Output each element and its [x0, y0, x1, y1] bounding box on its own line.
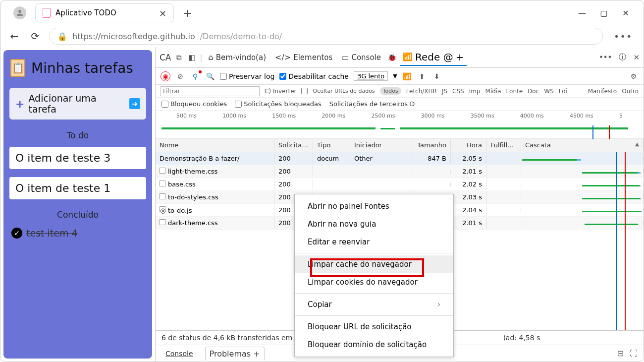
maximize-button[interactable]: ▢ — [600, 9, 608, 17]
ctx-block-url[interactable]: Bloquear URL de solicitação — [295, 318, 453, 336]
filter-input[interactable] — [161, 86, 260, 96]
tick-label: 1000 ms — [222, 113, 246, 119]
blocked-cookies-checkbox[interactable]: Bloqueou cookies — [161, 100, 227, 108]
close-window-button[interactable]: ✕ — [622, 9, 630, 17]
col-time[interactable]: Hora — [451, 139, 486, 151]
url-bar: ← ⟳ 🔒 https://microsoftedge.github.io/De… — [0, 25, 644, 47]
ctx-clear-cache[interactable]: Limpar cache do navegador — [295, 255, 453, 273]
close-tab-button[interactable]: × — [159, 8, 166, 18]
drawer-tab-problems[interactable]: Problemas + — [205, 347, 265, 361]
ctx-clear-cookies[interactable]: Limpar cookies do navegador — [295, 273, 453, 291]
col-initiator[interactable]: Iniciador — [350, 139, 412, 151]
import-button[interactable]: ⬆ — [417, 71, 427, 81]
blocked-requests-checkbox[interactable]: Solicitações bloqueadas — [235, 100, 322, 108]
section-done-label: Concluído — [7, 210, 148, 220]
new-tab-button[interactable]: + — [183, 7, 192, 19]
drawer-icon[interactable]: ⊟ — [617, 349, 624, 358]
tick-label: 2000 ms — [322, 113, 345, 119]
timeline-overview[interactable]: 500 ms 1000 ms 1500 ms 2000 ms 2500 ms 3… — [156, 111, 644, 138]
file-icon — [160, 168, 165, 174]
export-button[interactable]: ⬇ — [432, 71, 442, 81]
col-waterfall[interactable]: Cascata▲ — [521, 139, 644, 151]
table-row[interactable]: light-theme.css 200 2.01 s — [156, 165, 644, 178]
device-emulation-icon[interactable]: ⧉ — [174, 53, 184, 62]
filter-type[interactable]: Foi — [559, 88, 567, 95]
ctx-block-domain[interactable]: Bloquear domínio de solicitação — [295, 336, 453, 354]
chevron-right-icon: › — [437, 300, 440, 309]
todo-app: 📋 Minhas tarefas + Adicionar uma tarefa … — [3, 50, 152, 359]
browser-menu-button[interactable]: ••• — [610, 31, 637, 42]
disable-cache-checkbox[interactable]: Desabilitar cache — [279, 72, 349, 80]
col-fulfilled[interactable]: Fulfilled... — [486, 139, 521, 151]
drawer-expand-icon[interactable]: ⛶ — [630, 349, 638, 358]
settings-button[interactable]: ⚙ — [629, 71, 639, 81]
close-devtools-button[interactable]: ✕ — [633, 53, 640, 62]
search-button[interactable]: 🔍 — [205, 71, 215, 81]
filter-type[interactable]: Doc — [528, 88, 539, 95]
address-field[interactable]: 🔒 https://microsoftedge.github.io/Demos/… — [49, 28, 603, 45]
filter-type[interactable]: Mídia — [485, 88, 501, 95]
inspect-mode-label[interactable]: CA — [160, 53, 171, 62]
network-conditions-icon[interactable]: 📶 — [402, 71, 412, 81]
table-row[interactable]: Demonstração B a fazer/ 200 docum Other … — [156, 152, 644, 165]
check-icon: ✓ — [11, 228, 22, 239]
record-button[interactable]: ◉ — [161, 71, 170, 81]
url-path: /Demos/demo-to-do/ — [200, 32, 282, 41]
tab-network[interactable]: 📶Rede @ + — [400, 49, 467, 66]
filter-row: C) Inverter Ocultar URLs de dados Todos … — [156, 85, 644, 98]
filter-toggle-button[interactable]: ⚲ — [190, 71, 200, 81]
tab-elements[interactable]: </>Elementos — [272, 51, 335, 64]
profile-avatar[interactable] — [13, 6, 26, 19]
clear-button[interactable]: ⊘ — [175, 71, 185, 81]
preserve-log-checkbox[interactable]: Preservar log — [220, 72, 274, 80]
browser-tab[interactable]: Aplicativo TODO × — [35, 3, 174, 22]
filter-type[interactable]: Fonte — [506, 88, 523, 95]
ctx-copy[interactable]: Copiar› — [295, 296, 453, 313]
add-task-button[interactable]: + Adicionar uma tarefa ➜ — [9, 88, 146, 120]
dropdown-arrow-icon[interactable]: ▼ — [393, 73, 397, 79]
ctx-edit-resend[interactable]: Editar e reenviar — [295, 233, 453, 251]
filter-row-2: Bloqueou cookies Solicitações bloqueadas… — [156, 98, 644, 111]
dock-side-icon[interactable]: ◧ — [187, 53, 197, 62]
filter-all-pill[interactable]: Todos — [380, 87, 401, 95]
filter-type[interactable]: Fetch/XHR — [406, 88, 437, 95]
invert-checkbox[interactable]: C) Inverter — [265, 88, 296, 95]
filter-type[interactable]: Outro — [622, 88, 639, 95]
back-button[interactable]: ← — [7, 29, 21, 43]
reload-button[interactable]: ⟳ — [28, 29, 42, 43]
tick-label: 4500 ms — [570, 113, 593, 119]
more-tools-button[interactable]: ••• — [599, 53, 612, 62]
svg-point-0 — [18, 10, 21, 13]
task-item[interactable]: O item de teste 3 — [9, 147, 146, 169]
submit-task-icon[interactable]: ➜ — [129, 98, 140, 109]
invert-cb[interactable] — [301, 88, 308, 94]
context-menu: Abrir no painel Fontes Abrir na nova gui… — [294, 194, 454, 357]
col-type[interactable]: Tipo — [313, 139, 350, 151]
filter-type[interactable]: Manifesto — [588, 88, 617, 95]
filter-type[interactable]: CSS — [452, 88, 464, 95]
drawer-tab-console[interactable]: Console — [161, 348, 197, 360]
ctx-open-new-tab[interactable]: Abrir na nova guia — [295, 215, 453, 233]
wifi-icon: 📶 — [403, 52, 413, 61]
third-party-label: Solicitações de terceiros D — [329, 100, 415, 108]
minimize-button[interactable]: — — [578, 9, 586, 17]
throttling-select[interactable]: 3G lento — [354, 71, 388, 81]
filter-type[interactable]: Imp — [469, 88, 481, 95]
done-task-item[interactable]: ✓ test item 4 — [7, 225, 148, 241]
file-icon — [160, 181, 165, 186]
file-icon — [160, 193, 165, 199]
bug-icon[interactable]: 🐞 — [387, 53, 397, 62]
home-icon: ⌂ — [209, 53, 214, 62]
ctx-open-sources[interactable]: Abrir no painel Fontes — [295, 197, 453, 215]
task-item[interactable]: O item de teste 1 — [9, 177, 146, 199]
help-button[interactable]: ⓘ — [619, 53, 626, 62]
col-size[interactable]: Tamanho — [412, 139, 451, 151]
filter-type[interactable]: JS — [442, 88, 447, 95]
filter-type[interactable]: WS — [544, 88, 553, 95]
table-row[interactable]: base.css 200 2.02 s — [156, 178, 644, 191]
col-status[interactable]: Solicitações — [274, 139, 313, 151]
todo-title: Minhas tarefas — [31, 60, 133, 76]
tab-console[interactable]: ▭Console — [338, 51, 384, 64]
col-name[interactable]: Nome — [156, 139, 274, 151]
tab-welcome[interactable]: ⌂Bem-vindo(a) — [206, 51, 269, 64]
